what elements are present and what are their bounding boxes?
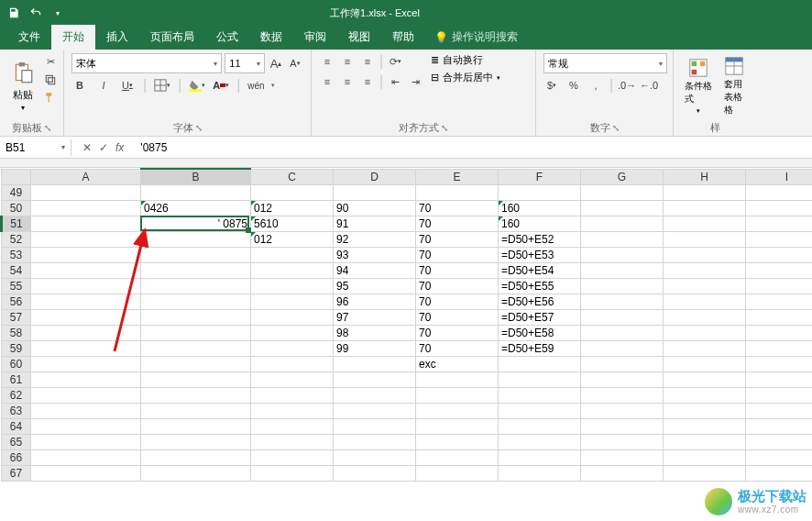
cell-I57[interactable] — [746, 309, 813, 325]
cell-A56[interactable] — [31, 294, 141, 309]
cell-C57[interactable] — [251, 309, 334, 325]
cell-A58[interactable] — [31, 325, 141, 340]
cell-I66[interactable] — [746, 449, 813, 465]
cell-D64[interactable] — [334, 418, 416, 434]
row-header-58[interactable]: 58 — [2, 325, 31, 340]
cell-D51[interactable]: 91 — [334, 216, 416, 231]
tab-help[interactable]: 帮助 — [381, 25, 425, 50]
cell-H58[interactable] — [664, 325, 746, 340]
cell-H56[interactable] — [664, 294, 746, 309]
cell-E52[interactable]: 70 — [416, 231, 499, 247]
cell-E56[interactable]: 70 — [416, 294, 499, 309]
cell-G50[interactable] — [581, 200, 664, 216]
font-color-button[interactable]: A▾ — [213, 77, 229, 94]
cell-F60[interactable] — [499, 356, 581, 371]
cell-A54[interactable] — [31, 262, 141, 278]
cell-B63[interactable] — [141, 403, 251, 418]
cell-A55[interactable] — [31, 278, 141, 294]
row-header-67[interactable]: 67 — [2, 465, 31, 481]
align-right-icon[interactable]: ≡ — [359, 73, 376, 90]
cell-G54[interactable] — [581, 262, 664, 278]
cell-B60[interactable] — [141, 356, 251, 371]
cell-F58[interactable]: =D50+E58 — [499, 325, 581, 340]
tab-home[interactable]: 开始 — [51, 25, 95, 50]
decrease-font-icon[interactable]: A▾ — [287, 55, 303, 72]
cell-B57[interactable] — [141, 309, 251, 325]
cut-icon[interactable]: ✂ — [42, 53, 59, 70]
cell-D65[interactable] — [334, 434, 416, 449]
cell-G64[interactable] — [581, 418, 664, 434]
cell-C66[interactable] — [251, 449, 334, 465]
number-format-combo[interactable]: 常规▾ — [543, 53, 667, 73]
cell-H61[interactable] — [664, 371, 746, 387]
cell-A52[interactable] — [31, 231, 141, 247]
cell-D54[interactable]: 94 — [334, 262, 416, 278]
cell-F64[interactable] — [499, 418, 581, 434]
row-header-60[interactable]: 60 — [2, 356, 31, 371]
row-header-62[interactable]: 62 — [2, 387, 31, 403]
font-name-combo[interactable]: 宋体▾ — [71, 53, 222, 73]
cell-A50[interactable] — [31, 200, 141, 216]
cell-A66[interactable] — [31, 449, 141, 465]
chevron-down-icon[interactable]: ▾ — [49, 4, 66, 22]
cell-A67[interactable] — [31, 465, 141, 481]
number-launcher-icon[interactable]: ⤡ — [612, 123, 620, 133]
cell-C67[interactable] — [251, 465, 334, 481]
cell-I60[interactable] — [746, 356, 813, 371]
cell-B66[interactable] — [141, 449, 251, 465]
fx-icon[interactable]: fx — [115, 141, 124, 154]
merge-center-button[interactable]: ⊟合并后居中 ▾ — [431, 71, 500, 84]
cell-E59[interactable]: 70 — [416, 340, 499, 356]
cell-C50[interactable]: 012 — [251, 200, 334, 216]
cell-H52[interactable] — [664, 231, 746, 247]
row-header-51[interactable]: 51 — [2, 216, 31, 231]
cell-D52[interactable]: 92 — [334, 231, 416, 247]
cell-E49[interactable] — [416, 184, 499, 200]
cell-C56[interactable] — [251, 294, 334, 309]
cell-B54[interactable] — [141, 262, 251, 278]
cell-D67[interactable] — [334, 465, 416, 481]
decrease-indent-icon[interactable]: ⇤ — [387, 73, 403, 90]
cell-G52[interactable] — [581, 231, 664, 247]
cancel-edit-icon[interactable]: ✕ — [82, 141, 92, 154]
row-header-59[interactable]: 59 — [2, 340, 31, 356]
cell-I50[interactable] — [746, 200, 813, 216]
cell-D50[interactable]: 90 — [334, 200, 416, 216]
cell-I54[interactable] — [746, 262, 813, 278]
border-button[interactable]: ▾ — [154, 77, 170, 94]
cell-E51[interactable]: 70 — [416, 216, 499, 231]
cell-I67[interactable] — [746, 465, 813, 481]
cell-H51[interactable] — [664, 216, 746, 231]
cell-H65[interactable] — [664, 434, 746, 449]
cell-I63[interactable] — [746, 403, 813, 418]
cell-C52[interactable]: 012 — [251, 231, 334, 247]
cell-B50[interactable]: 0426 — [141, 200, 251, 216]
cell-A61[interactable] — [31, 371, 141, 387]
cell-H67[interactable] — [664, 465, 746, 481]
cell-I58[interactable] — [746, 325, 813, 340]
cell-C55[interactable] — [251, 278, 334, 294]
col-header-D[interactable]: D — [334, 169, 416, 184]
cell-F56[interactable]: =D50+E56 — [499, 294, 581, 309]
clipboard-launcher-icon[interactable]: ⤡ — [44, 123, 51, 133]
cell-C51[interactable]: 5610 — [251, 216, 334, 231]
cell-D66[interactable] — [334, 449, 416, 465]
col-header-H[interactable]: H — [664, 169, 746, 184]
cell-A62[interactable] — [31, 387, 141, 403]
spreadsheet-grid[interactable]: ABCDEFGHI 49500426012907016051' 08755610… — [0, 168, 812, 482]
cell-I64[interactable] — [746, 418, 813, 434]
cell-C60[interactable] — [251, 356, 334, 371]
cell-B56[interactable] — [141, 294, 251, 309]
cell-B67[interactable] — [141, 465, 251, 481]
cell-H54[interactable] — [664, 262, 746, 278]
increase-decimal-icon[interactable]: .0→ — [619, 77, 635, 94]
cell-B64[interactable] — [141, 418, 251, 434]
tab-file[interactable]: 文件 — [7, 25, 51, 50]
cell-I51[interactable] — [746, 216, 813, 231]
cell-C65[interactable] — [251, 434, 334, 449]
cell-E61[interactable] — [416, 371, 499, 387]
row-header-61[interactable]: 61 — [2, 371, 31, 387]
row-header-57[interactable]: 57 — [2, 309, 31, 325]
cell-E60[interactable]: exc — [416, 356, 499, 371]
cell-C64[interactable] — [251, 418, 334, 434]
